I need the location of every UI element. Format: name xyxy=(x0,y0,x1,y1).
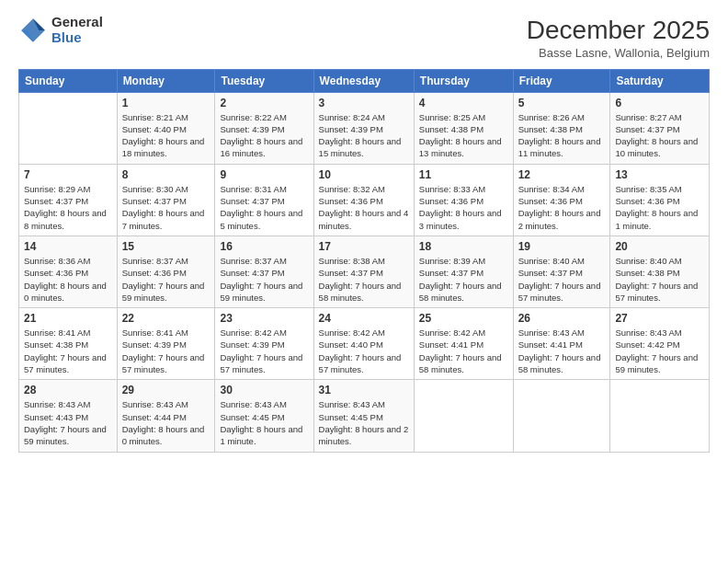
day-info: Sunrise: 8:35 AMSunset: 4:36 PMDaylight:… xyxy=(615,183,704,232)
day-info: Sunrise: 8:40 AMSunset: 4:38 PMDaylight:… xyxy=(615,255,704,304)
day-info: Sunrise: 8:42 AMSunset: 4:40 PMDaylight:… xyxy=(319,327,409,375)
week-row-3: 14Sunrise: 8:36 AMSunset: 4:36 PMDayligh… xyxy=(19,236,710,307)
day-number: 3 xyxy=(319,97,409,109)
day-info: Sunrise: 8:21 AMSunset: 4:40 PMDaylight:… xyxy=(122,111,210,160)
day-cell xyxy=(513,380,610,452)
day-number: 22 xyxy=(122,312,210,325)
day-info: Sunrise: 8:26 AMSunset: 4:38 PMDaylight:… xyxy=(518,111,606,160)
day-number: 25 xyxy=(419,312,508,325)
calendar-table: SundayMondayTuesdayWednesdayThursdayFrid… xyxy=(18,69,710,453)
day-info: Sunrise: 8:32 AMSunset: 4:36 PMDaylight:… xyxy=(319,183,409,232)
day-cell: 10Sunrise: 8:32 AMSunset: 4:36 PMDayligh… xyxy=(313,164,414,236)
day-cell: 18Sunrise: 8:39 AMSunset: 4:37 PMDayligh… xyxy=(414,236,513,307)
day-cell: 6Sunrise: 8:27 AMSunset: 4:37 PMDaylight… xyxy=(610,92,710,164)
day-cell: 19Sunrise: 8:40 AMSunset: 4:37 PMDayligh… xyxy=(513,236,610,307)
day-number: 5 xyxy=(518,97,606,109)
logo-icon xyxy=(18,16,48,45)
day-cell: 26Sunrise: 8:43 AMSunset: 4:41 PMDayligh… xyxy=(513,308,610,380)
day-number: 31 xyxy=(319,384,409,396)
logo-general-text: General xyxy=(51,15,103,30)
day-number: 24 xyxy=(319,312,409,325)
day-cell: 22Sunrise: 8:41 AMSunset: 4:39 PMDayligh… xyxy=(117,308,215,380)
day-info: Sunrise: 8:42 AMSunset: 4:41 PMDaylight:… xyxy=(419,327,508,375)
day-number: 1 xyxy=(122,97,210,109)
col-header-sunday: Sunday xyxy=(19,69,118,92)
day-cell: 20Sunrise: 8:40 AMSunset: 4:38 PMDayligh… xyxy=(610,236,710,307)
logo-blue-text: Blue xyxy=(51,30,103,46)
day-number: 10 xyxy=(319,168,409,181)
day-number: 30 xyxy=(220,384,308,396)
day-number: 12 xyxy=(518,168,606,181)
day-info: Sunrise: 8:31 AMSunset: 4:37 PMDaylight:… xyxy=(220,183,308,232)
day-cell: 28Sunrise: 8:43 AMSunset: 4:43 PMDayligh… xyxy=(19,380,118,452)
day-number: 27 xyxy=(615,312,704,325)
day-cell: 11Sunrise: 8:33 AMSunset: 4:36 PMDayligh… xyxy=(414,164,513,236)
col-header-monday: Monday xyxy=(117,69,215,92)
col-header-thursday: Thursday xyxy=(414,69,513,92)
day-cell: 4Sunrise: 8:25 AMSunset: 4:38 PMDaylight… xyxy=(414,92,513,164)
day-number: 26 xyxy=(518,312,606,325)
day-info: Sunrise: 8:24 AMSunset: 4:39 PMDaylight:… xyxy=(319,111,409,160)
day-number: 8 xyxy=(122,168,210,181)
day-info: Sunrise: 8:22 AMSunset: 4:39 PMDaylight:… xyxy=(220,111,308,160)
day-cell xyxy=(414,380,513,452)
day-number: 17 xyxy=(319,240,409,253)
day-cell xyxy=(19,92,118,164)
day-number: 20 xyxy=(615,240,704,253)
day-info: Sunrise: 8:36 AMSunset: 4:36 PMDaylight:… xyxy=(24,255,112,304)
day-info: Sunrise: 8:41 AMSunset: 4:39 PMDaylight:… xyxy=(122,327,210,375)
day-number: 29 xyxy=(122,384,210,396)
day-info: Sunrise: 8:25 AMSunset: 4:38 PMDaylight:… xyxy=(419,111,508,160)
day-info: Sunrise: 8:43 AMSunset: 4:41 PMDaylight:… xyxy=(518,327,606,375)
day-cell: 25Sunrise: 8:42 AMSunset: 4:41 PMDayligh… xyxy=(414,308,513,380)
day-cell: 21Sunrise: 8:41 AMSunset: 4:38 PMDayligh… xyxy=(19,308,118,380)
day-info: Sunrise: 8:30 AMSunset: 4:37 PMDaylight:… xyxy=(122,183,210,232)
day-number: 6 xyxy=(615,97,704,109)
day-info: Sunrise: 8:27 AMSunset: 4:37 PMDaylight:… xyxy=(615,111,704,160)
day-cell: 30Sunrise: 8:43 AMSunset: 4:45 PMDayligh… xyxy=(215,380,313,452)
day-info: Sunrise: 8:43 AMSunset: 4:43 PMDaylight:… xyxy=(24,398,112,447)
day-cell: 17Sunrise: 8:38 AMSunset: 4:37 PMDayligh… xyxy=(313,236,414,307)
day-info: Sunrise: 8:37 AMSunset: 4:36 PMDaylight:… xyxy=(122,255,210,304)
day-number: 21 xyxy=(24,312,112,325)
page: General Blue December 2025 Basse Lasne, … xyxy=(0,0,728,563)
day-info: Sunrise: 8:43 AMSunset: 4:45 PMDaylight:… xyxy=(319,398,409,447)
day-cell: 12Sunrise: 8:34 AMSunset: 4:36 PMDayligh… xyxy=(513,164,610,236)
col-header-tuesday: Tuesday xyxy=(215,69,313,92)
day-number: 4 xyxy=(419,97,508,109)
day-cell: 13Sunrise: 8:35 AMSunset: 4:36 PMDayligh… xyxy=(610,164,710,236)
day-info: Sunrise: 8:39 AMSunset: 4:37 PMDaylight:… xyxy=(419,255,508,304)
day-number: 9 xyxy=(220,168,308,181)
day-info: Sunrise: 8:43 AMSunset: 4:44 PMDaylight:… xyxy=(122,398,210,447)
subtitle: Basse Lasne, Wallonia, Belgium xyxy=(527,46,710,60)
day-info: Sunrise: 8:41 AMSunset: 4:38 PMDaylight:… xyxy=(24,327,112,375)
day-number: 13 xyxy=(615,168,704,181)
day-info: Sunrise: 8:43 AMSunset: 4:45 PMDaylight:… xyxy=(220,398,308,447)
day-info: Sunrise: 8:29 AMSunset: 4:37 PMDaylight:… xyxy=(24,183,112,232)
main-title: December 2025 xyxy=(527,15,710,46)
col-header-wednesday: Wednesday xyxy=(313,69,414,92)
day-number: 2 xyxy=(220,97,308,109)
day-number: 7 xyxy=(24,168,112,181)
day-cell: 5Sunrise: 8:26 AMSunset: 4:38 PMDaylight… xyxy=(513,92,610,164)
week-row-2: 7Sunrise: 8:29 AMSunset: 4:37 PMDaylight… xyxy=(19,164,710,236)
day-cell: 7Sunrise: 8:29 AMSunset: 4:37 PMDaylight… xyxy=(19,164,118,236)
title-block: December 2025 Basse Lasne, Wallonia, Bel… xyxy=(527,15,710,60)
day-number: 16 xyxy=(220,240,308,253)
day-number: 23 xyxy=(220,312,308,325)
col-header-friday: Friday xyxy=(513,69,610,92)
day-info: Sunrise: 8:37 AMSunset: 4:37 PMDaylight:… xyxy=(220,255,308,304)
day-number: 14 xyxy=(24,240,112,253)
logo-text: General Blue xyxy=(51,15,103,45)
day-info: Sunrise: 8:42 AMSunset: 4:39 PMDaylight:… xyxy=(220,327,308,375)
day-number: 18 xyxy=(419,240,508,253)
day-cell: 14Sunrise: 8:36 AMSunset: 4:36 PMDayligh… xyxy=(19,236,118,307)
day-cell: 15Sunrise: 8:37 AMSunset: 4:36 PMDayligh… xyxy=(117,236,215,307)
day-info: Sunrise: 8:33 AMSunset: 4:36 PMDaylight:… xyxy=(419,183,508,232)
day-cell: 24Sunrise: 8:42 AMSunset: 4:40 PMDayligh… xyxy=(313,308,414,380)
logo: General Blue xyxy=(18,15,103,45)
day-cell: 31Sunrise: 8:43 AMSunset: 4:45 PMDayligh… xyxy=(313,380,414,452)
day-number: 28 xyxy=(24,384,112,396)
day-number: 19 xyxy=(518,240,606,253)
day-cell xyxy=(610,380,710,452)
